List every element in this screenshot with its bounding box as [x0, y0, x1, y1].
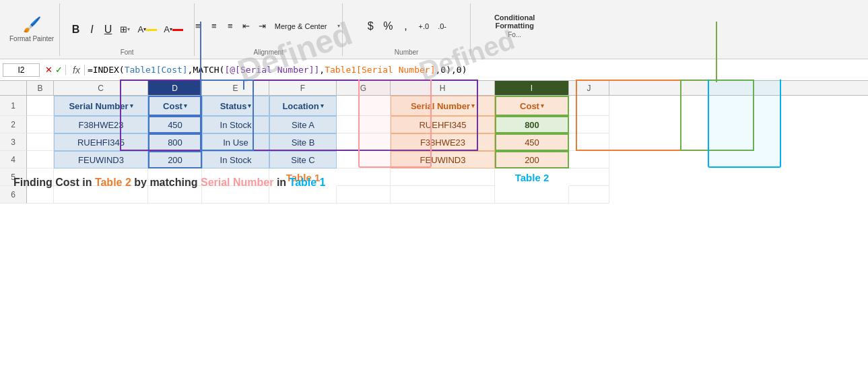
cell-j3[interactable]	[569, 133, 609, 151]
cell-g5[interactable]	[337, 168, 391, 186]
cell-g4[interactable]	[337, 151, 391, 168]
cell-g1[interactable]	[337, 96, 391, 116]
t1-row3-serial: FEUWIND3	[78, 155, 124, 165]
cell-c1[interactable]: Serial Number ▾	[54, 96, 148, 116]
t1-row2-cost: 800	[168, 137, 182, 148]
formula-display[interactable]: =INDEX(Table1[Cost],MATCH([@[Serial Numb…	[88, 65, 865, 75]
underline-button[interactable]: U	[100, 22, 115, 38]
bold-button[interactable]: B	[68, 22, 83, 38]
cell-i2[interactable]: 800	[495, 116, 569, 133]
t2-cost-dropdown[interactable]: ▾	[541, 102, 544, 109]
cell-g3[interactable]	[337, 133, 391, 151]
cell-d3[interactable]: 800	[148, 133, 202, 151]
cancel-icon[interactable]: ✕	[45, 65, 53, 75]
cell-j4[interactable]	[569, 151, 609, 168]
confirm-icon[interactable]: ✓	[55, 65, 63, 75]
bl-serial-number: Serial Number	[201, 177, 273, 188]
row-num-3: 3	[0, 133, 27, 151]
cell-h5[interactable]	[391, 168, 495, 186]
col-header-c[interactable]: C	[54, 81, 148, 95]
cell-h4[interactable]: FEUWIND3	[391, 151, 495, 168]
format-painter-btn[interactable]: 🖌️ Format Painter	[9, 16, 54, 42]
cell-f4[interactable]: Site C	[269, 151, 337, 168]
indent-increase-btn[interactable]: ⇥	[255, 19, 270, 33]
cell-c4[interactable]: FEUWIND3	[54, 151, 148, 168]
merge-center-btn[interactable]: Merge & Center	[271, 20, 331, 32]
cell-d1[interactable]: Cost ▾	[148, 96, 202, 116]
cell-c3[interactable]: RUEHFI345	[54, 133, 148, 151]
indent-decrease-btn[interactable]: ⇤	[239, 19, 254, 33]
cell-e3[interactable]: In Use	[202, 133, 269, 151]
cell-e1[interactable]: Status ▾	[202, 96, 269, 116]
cell-g6[interactable]	[337, 186, 391, 204]
cell-f3[interactable]: Site B	[269, 133, 337, 151]
t2-row2-serial: F38HWE23	[420, 137, 465, 148]
percent-btn[interactable]: %	[380, 18, 396, 34]
cell-b4[interactable]	[27, 151, 54, 168]
t1-row3-location: Site C	[291, 155, 314, 165]
col-header-b[interactable]: B	[27, 81, 54, 95]
cell-e4[interactable]: In Stock	[202, 151, 269, 168]
spreadsheet-grid: B C D E F G H I J 1 Serial Number ▾	[0, 81, 868, 204]
t2-serial-dropdown[interactable]: ▾	[471, 102, 475, 109]
cell-d2[interactable]: 450	[148, 116, 202, 133]
col-header-d[interactable]: D	[148, 81, 202, 95]
align-right-btn[interactable]: ≡	[223, 19, 238, 33]
t2-row3-serial: FEUWIND3	[420, 155, 466, 165]
highlight-color-btn[interactable]: A ▾	[135, 23, 160, 36]
cell-b2[interactable]	[27, 116, 54, 133]
border-button[interactable]: ⊞ ▾	[116, 22, 133, 36]
font-section-label: Font	[121, 49, 134, 56]
col-header-g[interactable]: G	[337, 81, 391, 95]
formula-icons: ✕ ✓	[42, 65, 66, 75]
decrease-decimal-btn[interactable]: .0-	[434, 20, 450, 32]
col-header-f[interactable]: F	[269, 81, 337, 95]
cell-h6[interactable]	[391, 186, 495, 204]
t1-serial-dropdown[interactable]: ▾	[130, 102, 133, 109]
t1-location-dropdown[interactable]: ▾	[321, 102, 324, 109]
formula-eq: =INDEX(	[88, 65, 125, 75]
col-header-h[interactable]: H	[391, 81, 495, 95]
cell-h1[interactable]: Serial Number ▾	[391, 96, 495, 116]
cell-f1[interactable]: Location ▾	[269, 96, 337, 116]
font-color-btn[interactable]: A ▾	[161, 23, 186, 36]
alignment-section-label: Alignment	[253, 49, 283, 56]
align-center-btn[interactable]: ≡	[207, 19, 222, 33]
italic-button[interactable]: I	[84, 22, 99, 38]
cell-j5[interactable]	[569, 168, 609, 186]
cell-h2[interactable]: RUEHFI345	[391, 116, 495, 133]
cell-h3[interactable]: F38HWE23	[391, 133, 495, 151]
cond-format-label[interactable]: Conditional Formatting	[476, 13, 553, 30]
cell-d4[interactable]: 200	[148, 151, 202, 168]
cell-c2[interactable]: F38HWE23	[54, 116, 148, 133]
cell-g2[interactable]	[337, 116, 391, 133]
cell-b1[interactable]	[27, 96, 54, 116]
col-header-e[interactable]: E	[202, 81, 269, 95]
cell-i3[interactable]: 450	[495, 133, 569, 151]
align-left-btn[interactable]: ≡	[191, 19, 205, 33]
bl-table1: Table 1	[290, 177, 326, 188]
t1-row1-serial: F38HWE23	[78, 120, 123, 130]
format-table-label[interactable]: Fo...	[508, 31, 521, 38]
cell-b3[interactable]	[27, 133, 54, 151]
col-header-i[interactable]: I	[495, 81, 569, 95]
cell-j1[interactable]	[569, 96, 609, 116]
cell-j6[interactable]	[569, 186, 609, 204]
formula-comma2: ,	[319, 65, 325, 75]
dollar-btn[interactable]: $	[363, 18, 378, 34]
cell-i6[interactable]	[495, 186, 569, 204]
cell-i1[interactable]: Cost ▾	[495, 96, 569, 116]
cell-i4[interactable]: 200	[495, 151, 569, 168]
cell-e2[interactable]: In Stock	[202, 116, 269, 133]
cell-j2[interactable]	[569, 116, 609, 133]
increase-decimal-btn[interactable]: +.0	[415, 20, 433, 32]
col-header-j[interactable]: J	[569, 81, 609, 95]
cell-reference-box[interactable]	[3, 63, 40, 77]
t1-row1-location: Site A	[292, 120, 314, 130]
comma-btn[interactable]: ,	[399, 18, 413, 34]
bl-suffix: in	[273, 177, 289, 188]
cell-f2[interactable]: Site A	[269, 116, 337, 133]
t1-status-dropdown[interactable]: ▾	[248, 102, 251, 109]
t2-row1-serial: RUEHFI345	[419, 120, 466, 130]
t1-cost-dropdown[interactable]: ▾	[184, 102, 187, 109]
